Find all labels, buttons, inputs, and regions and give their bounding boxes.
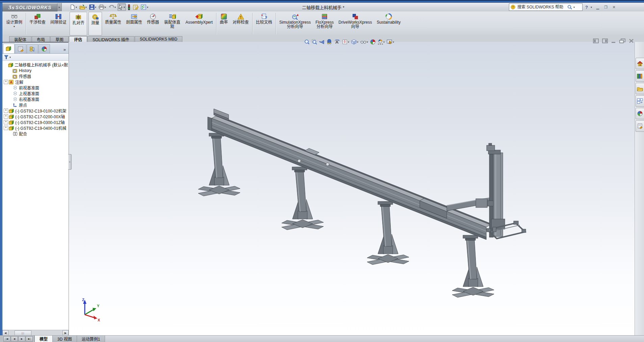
scrollbar-thumb[interactable]: ||| xyxy=(15,331,31,336)
design-library-button[interactable] xyxy=(636,70,644,82)
previous-view-button[interactable] xyxy=(319,39,325,45)
chevron-down-icon[interactable]: ▾ xyxy=(573,6,575,9)
tree-item-component-frame[interactable]: + (-) GST92-C19-0100-02机架 xyxy=(4,108,69,114)
bottom-tab-motion-study[interactable]: 运动算例1 xyxy=(77,336,105,342)
ribbon-button-driveworksxpress[interactable]: DriveWorksXpress 向导 xyxy=(336,11,374,36)
display-style-button[interactable]: ▾ xyxy=(351,39,359,45)
logo-expand-chevron-icon[interactable]: ▸ xyxy=(57,3,62,11)
interference-lights-button[interactable] xyxy=(127,4,131,11)
scroll-right-icon[interactable]: ▶ xyxy=(62,330,69,336)
new-document-button[interactable]: ▾ xyxy=(69,4,78,10)
apply-scene-button[interactable]: ▾ xyxy=(377,39,385,45)
select-button[interactable]: ▾ xyxy=(118,3,126,11)
save-button[interactable]: ▾ xyxy=(88,4,97,10)
tree-item-right-plane[interactable]: 右视基准面 xyxy=(4,96,69,102)
restore-document-icon[interactable] xyxy=(619,39,625,43)
last-frame-button[interactable]: ▶| xyxy=(26,336,33,342)
gantry-manipulator-model[interactable] xyxy=(69,42,635,336)
tab-solidworks-mbd[interactable]: SOLIDWORKS MBD xyxy=(135,36,182,42)
search-icon[interactable] xyxy=(567,5,572,9)
chevron-down-icon[interactable]: ▾ xyxy=(9,56,11,59)
appearances-scenes-button[interactable] xyxy=(636,108,644,119)
maximize-button[interactable]: ❐ xyxy=(603,5,609,10)
close-button[interactable]: ✕ xyxy=(611,5,617,10)
solidworks-resources-button[interactable] xyxy=(636,58,644,69)
bottom-tab-3d-views[interactable]: 3D 视图 xyxy=(53,336,77,342)
section-view-button[interactable] xyxy=(326,39,332,45)
expand-plus-icon[interactable]: + xyxy=(4,80,8,84)
scroll-left-icon[interactable]: ◀ xyxy=(2,330,8,336)
tree-item-history[interactable]: History xyxy=(4,68,69,73)
ribbon-button-floxpress[interactable]: FloXpress 分析向导 xyxy=(313,11,336,36)
tab-sketch[interactable]: 草图 xyxy=(50,36,69,42)
tree-item-annotations[interactable]: + A 注解 xyxy=(4,79,69,85)
close-document-icon[interactable] xyxy=(629,39,634,43)
print-button[interactable]: ▾ xyxy=(98,4,107,10)
ribbon-button-hole-alignment[interactable]: 孔对齐 xyxy=(70,12,87,35)
view-palette-button[interactable] xyxy=(636,95,644,107)
ribbon-button-simulationxpress[interactable]: SimulationXpress 分析向导 xyxy=(277,11,313,36)
edit-appearance-button[interactable] xyxy=(370,39,376,45)
ribbon-button-curvature[interactable]: 曲率 xyxy=(217,11,230,36)
ribbon-button-sustainability[interactable]: Sustainability xyxy=(374,11,403,36)
tab-evaluate[interactable]: 评估 xyxy=(69,36,87,42)
expand-plus-icon[interactable]: + xyxy=(4,120,8,124)
tree-item-root[interactable]: 二轴移载上料机械手 (默认<默 xyxy=(4,62,69,68)
ribbon-button-section-properties[interactable]: 剖面属性 xyxy=(124,11,145,36)
file-explorer-button[interactable] xyxy=(636,83,644,94)
ribbon-button-compare-documents[interactable]: ? 比较文档 xyxy=(254,11,275,36)
featuremanager-tree-tab[interactable] xyxy=(3,44,15,53)
panel-horizontal-scrollbar[interactable]: ◀ ||| ▶ xyxy=(2,330,69,336)
open-button[interactable]: ▾ xyxy=(79,4,87,10)
search-input[interactable] xyxy=(517,4,566,10)
help-search-box[interactable]: ? ▾ xyxy=(509,3,583,11)
minimize-document-icon[interactable] xyxy=(611,39,616,43)
previous-frame-button[interactable]: ◀ xyxy=(11,336,18,342)
panel-more-chevron-icon[interactable]: » xyxy=(63,47,68,53)
configurationmanager-tab[interactable] xyxy=(27,44,38,53)
ribbon-button-measure[interactable]: 测量 xyxy=(88,12,102,35)
ribbon-button-clearance-verification[interactable]: 间隙验证 xyxy=(48,11,69,36)
tab-assembly[interactable]: 装配体 xyxy=(9,36,31,42)
tree-item-origin[interactable]: 原点 xyxy=(4,102,69,108)
expand-plus-icon[interactable]: + xyxy=(4,126,8,130)
bottom-tab-model[interactable]: 模型 xyxy=(34,336,53,342)
split-pane-left-icon[interactable] xyxy=(593,39,599,43)
expand-plus-icon[interactable]: + xyxy=(4,108,8,113)
tree-item-component-xaxis[interactable]: + (-) GST92-C17-0200-00X轴 xyxy=(4,114,69,119)
next-frame-button[interactable]: ▶ xyxy=(18,336,25,342)
displaymanager-tab[interactable] xyxy=(38,44,50,53)
first-frame-button[interactable]: |◀ xyxy=(3,336,10,342)
view-settings-button[interactable]: ▾ xyxy=(386,39,394,45)
options-button[interactable]: ▾ xyxy=(140,4,149,10)
undo-button[interactable]: ▾ xyxy=(108,4,117,10)
3d-drawing-view-button[interactable]: A xyxy=(334,39,340,45)
hide-show-items-button[interactable]: ▾ xyxy=(360,39,368,45)
tree-item-component-hand[interactable]: + (-) GST92-C19-0400-01机械 xyxy=(4,125,69,131)
tree-item-top-plane[interactable]: 上视基准面 xyxy=(4,91,69,96)
tree-item-mates[interactable]: 配合 xyxy=(4,131,69,137)
filter-funnel-icon[interactable] xyxy=(4,55,8,59)
tree-item-component-zaxis[interactable]: + (-) GST92-C19-0300-01Z轴 xyxy=(4,119,69,125)
minimize-button[interactable]: ▁ xyxy=(595,5,601,10)
panel-splitter-handle[interactable]: ≡ xyxy=(68,154,72,170)
tab-solidworks-addins[interactable]: SOLIDWORKS 插件 xyxy=(87,36,134,42)
help-button[interactable]: ? xyxy=(585,5,588,10)
file-properties-button[interactable] xyxy=(132,4,139,10)
view-orientation-button[interactable]: ▾ xyxy=(342,39,350,45)
tab-layout[interactable]: 布局 xyxy=(32,36,50,42)
ribbon-button-assembly-visualization[interactable]: 装配体直观 xyxy=(161,11,183,36)
ribbon-button-assemblyxpert[interactable]: AssemblyXpert xyxy=(183,11,215,36)
propertymanager-tab[interactable] xyxy=(15,44,26,53)
zoom-area-button[interactable] xyxy=(311,39,317,45)
ribbon-button-interference-check[interactable]: 干涉检查 xyxy=(27,11,48,36)
expand-plus-icon[interactable]: + xyxy=(4,114,8,119)
ribbon-button-mass-properties[interactable]: 质量属性 xyxy=(103,11,124,36)
zoom-fit-button[interactable] xyxy=(304,39,310,45)
chevron-down-icon[interactable]: ▾ xyxy=(591,6,592,9)
ribbon-button-design-study[interactable]: 设计算例 ▾ xyxy=(4,11,25,36)
split-pane-right-icon[interactable] xyxy=(602,39,608,43)
tree-item-sensors[interactable]: 传感器 xyxy=(4,73,69,79)
custom-properties-button[interactable] xyxy=(636,120,644,132)
ribbon-button-sensor[interactable]: 传感器 xyxy=(145,11,161,36)
